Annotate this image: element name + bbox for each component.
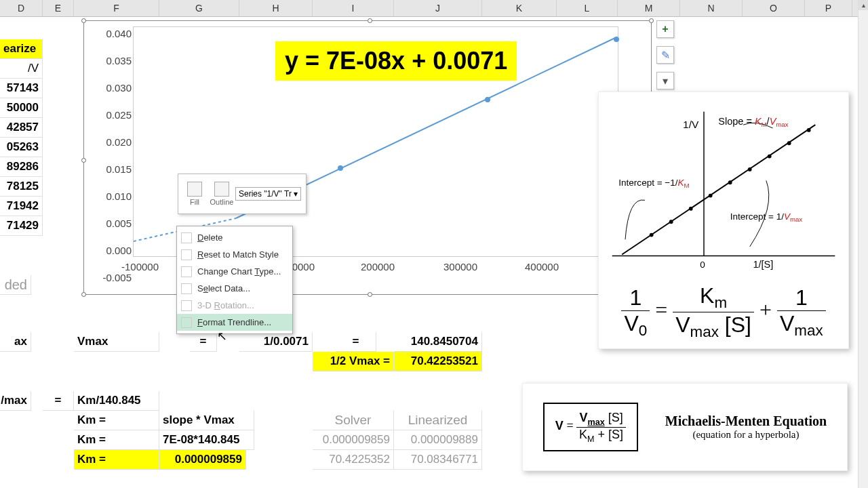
cell[interactable]: 1/0.0071 xyxy=(239,332,313,352)
column-header-N[interactable]: N xyxy=(680,0,743,16)
chart-context-menu: DeleteReset to Match StyleChange Chart T… xyxy=(176,226,293,334)
paintbrush-icon: ✎ xyxy=(661,49,670,62)
y-tick-label: 0.010 xyxy=(98,190,132,202)
menu-item-select-data[interactable]: Select Data... xyxy=(177,280,292,297)
column-header-O[interactable]: O xyxy=(743,0,805,16)
svg-text:Intercept = −1/KM: Intercept = −1/KM xyxy=(618,178,689,189)
mm-equation-box: V = Vmax [S]KM + [S] xyxy=(543,403,638,451)
cell[interactable]: 42857 xyxy=(0,118,43,138)
cell[interactable]: 70.4225352 xyxy=(313,450,394,470)
cell-half-vmax[interactable]: 70.42253521 xyxy=(394,352,482,371)
cell[interactable]: = xyxy=(190,332,217,352)
svg-point-3 xyxy=(338,165,343,171)
y-tick-label: 0.025 xyxy=(98,109,132,121)
menu-item-change-chart-type[interactable]: Change Chart Type... xyxy=(177,263,292,280)
svg-point-17 xyxy=(807,128,811,132)
cell[interactable]: 50000 xyxy=(0,98,43,118)
column-header-D[interactable]: D xyxy=(0,0,43,16)
column-header-I[interactable]: I xyxy=(313,0,394,16)
column-header-E[interactable]: E xyxy=(43,0,74,16)
cell[interactable]: = xyxy=(43,391,74,411)
x-tick-label: 200000 xyxy=(361,261,395,272)
cell-half-vmax-label[interactable]: 1/2 Vmax = xyxy=(313,352,394,371)
lineweaver-burk-equation: 1V0 = KmVmax [S] + 1Vmax xyxy=(606,283,842,342)
svg-point-15 xyxy=(768,155,772,159)
y-tick-label: 0.030 xyxy=(98,82,132,94)
column-header-L[interactable]: L xyxy=(557,0,618,16)
chart-add-element-button[interactable]: + xyxy=(656,20,674,38)
svg-point-13 xyxy=(728,180,732,184)
cell[interactable]: 0.000009859 xyxy=(313,430,394,450)
svg-text:1/[S]: 1/[S] xyxy=(753,259,774,270)
cell[interactable]: ax xyxy=(0,332,31,352)
outline-button[interactable]: Outline xyxy=(208,182,235,206)
chart-filter-button[interactable]: ▾ xyxy=(656,72,674,89)
svg-point-5 xyxy=(614,37,619,42)
cell[interactable]: 71942 xyxy=(0,197,43,216)
menu-item-icon xyxy=(181,317,192,328)
embedded-chart[interactable]: 0.0400.0350.0300.0250.0200.0150.0100.005… xyxy=(83,20,652,295)
cell[interactable]: /V xyxy=(0,59,43,79)
svg-point-12 xyxy=(709,194,713,198)
cell[interactable]: ded xyxy=(0,275,31,295)
cell[interactable]: 05263 xyxy=(0,138,43,157)
mm-subtitle: (equation for a hyperbola) xyxy=(665,429,827,441)
cell[interactable]: Km/140.845 xyxy=(74,391,159,411)
cell[interactable]: 78125 xyxy=(0,177,43,197)
menu-item-delete[interactable]: Delete xyxy=(177,229,292,246)
menu-item-icon xyxy=(181,249,192,260)
svg-point-11 xyxy=(689,207,693,211)
cell[interactable]: 57143 xyxy=(0,79,43,98)
plus-icon: + xyxy=(662,23,668,35)
column-header-H[interactable]: H xyxy=(239,0,313,16)
cell[interactable]: /max xyxy=(0,391,31,411)
cell[interactable]: 70.08346771 xyxy=(394,450,482,470)
x-tick-label: 400000 xyxy=(525,261,559,272)
column-header-M[interactable]: M xyxy=(618,0,680,16)
x-tick-label: -100000 xyxy=(121,261,159,272)
chart-styles-button[interactable]: ✎ xyxy=(656,46,674,64)
y-tick-label: 0.000 xyxy=(98,245,132,256)
column-header-P[interactable]: P xyxy=(805,0,852,16)
vertical-scrollbar[interactable]: ▴ xyxy=(858,0,868,488)
cell[interactable]: 71429 xyxy=(0,216,43,236)
cell-solver-header[interactable]: Solver xyxy=(313,411,394,430)
cell-km-final[interactable]: Km = xyxy=(74,450,159,470)
svg-text:1/V: 1/V xyxy=(683,119,699,130)
menu-item-reset-to-match-style[interactable]: Reset to Match Style xyxy=(177,246,292,263)
svg-text:0: 0 xyxy=(700,260,705,270)
svg-point-10 xyxy=(669,220,673,224)
column-header-K[interactable]: K xyxy=(482,0,557,16)
column-header-F[interactable]: F xyxy=(74,0,159,16)
series-selector[interactable]: Series "1/V" Tr ▾ xyxy=(235,187,301,201)
cell[interactable]: slope * Vmax xyxy=(159,411,254,430)
cell-vmax[interactable]: Vmax xyxy=(74,332,159,352)
menu-item-icon xyxy=(181,300,192,311)
column-header-J[interactable]: J xyxy=(394,0,482,16)
x-tick-label: 300000 xyxy=(443,261,477,272)
fill-button[interactable]: Fill xyxy=(181,182,208,206)
cell[interactable]: Km = xyxy=(74,411,159,430)
scroll-up-arrow-icon[interactable]: ▴ xyxy=(859,0,868,10)
cell[interactable]: Km = xyxy=(74,430,159,450)
funnel-icon: ▾ xyxy=(663,75,668,87)
cell-linearize[interactable]: earize xyxy=(0,39,43,59)
cell-km-value[interactable]: 0.000009859 xyxy=(159,450,246,470)
trendline-equation[interactable]: y = 7E-08x + 0.0071 xyxy=(275,41,517,81)
menu-item-icon xyxy=(181,232,192,243)
y-tick-label: 0.020 xyxy=(98,136,132,148)
cell[interactable]: 140.8450704 xyxy=(394,332,482,352)
cell[interactable]: 7E-08*140.845 xyxy=(159,430,254,450)
svg-point-16 xyxy=(787,141,791,145)
column-headers[interactable]: DEFGHIJKLMNOP xyxy=(0,0,858,17)
cell-linearized-header[interactable]: Linearized xyxy=(394,411,482,430)
svg-point-9 xyxy=(650,233,654,237)
column-header-G[interactable]: G xyxy=(159,0,239,16)
y-tick-label: 0.035 xyxy=(98,55,132,66)
chart-mini-toolbar: Fill Outline Series "1/V" Tr ▾ xyxy=(178,174,307,214)
mm-title: Michaelis-Menten Equation xyxy=(665,413,827,429)
cell[interactable]: = xyxy=(336,332,376,352)
cell[interactable]: 89286 xyxy=(0,157,43,177)
menu-item-format-trendline[interactable]: Format Trendline... xyxy=(177,314,292,331)
cell[interactable]: 0.000009889 xyxy=(394,430,482,450)
